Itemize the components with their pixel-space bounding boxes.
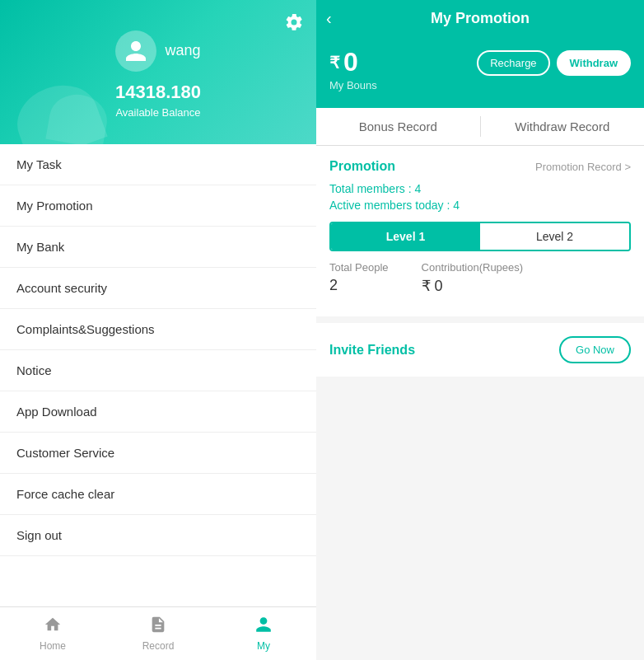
menu-list: My Task My Promotion My Bank Account sec… <box>0 144 316 606</box>
nav-my-label: My <box>257 640 270 652</box>
active-members-value: 4 <box>453 199 460 212</box>
invite-card: Invite Friends Go Now <box>316 323 644 377</box>
bonus-amount-wrap: ₹ 0 My Bouns <box>329 47 377 91</box>
total-members-stat: Total members : 4 <box>329 182 631 195</box>
active-members-stat: Active members today : 4 <box>329 199 631 212</box>
level-tab-2[interactable]: Level 2 <box>480 223 629 250</box>
menu-item-notice[interactable]: Notice <box>0 350 316 391</box>
my-icon <box>254 616 273 637</box>
menu-item-complaints[interactable]: Complaints&Suggestions <box>0 309 316 350</box>
back-button[interactable]: ‹ <box>326 9 332 28</box>
menu-item-my-promotion[interactable]: My Promotion <box>0 185 316 227</box>
go-now-button[interactable]: Go Now <box>559 336 631 363</box>
menu-item-customer-service[interactable]: Customer Service <box>0 433 316 474</box>
profile-header: wang 14318.180 Available Balance <box>0 0 316 144</box>
contribution-label: Contribution(Rupees) <box>422 261 524 274</box>
username: wang <box>165 42 200 59</box>
menu-item-force-cache-clear[interactable]: Force cache clear <box>0 474 316 515</box>
stats-row: Total members : 4 Active members today :… <box>329 182 631 212</box>
menu-item-account-security[interactable]: Account security <box>0 268 316 309</box>
promotion-title: Promotion <box>329 159 395 174</box>
home-icon <box>44 616 62 637</box>
bonus-amount: ₹ 0 <box>329 47 377 77</box>
data-row: Total People 2 Contribution(Rupees) ₹ 0 <box>329 261 631 303</box>
menu-item-my-task[interactable]: My Task <box>0 144 316 185</box>
nav-record[interactable]: Record <box>105 616 211 652</box>
nav-my[interactable]: My <box>211 616 316 652</box>
active-members-label: Active members today : <box>329 199 450 212</box>
settings-icon[interactable] <box>284 12 304 37</box>
total-members-value: 4 <box>414 182 421 195</box>
level-tabs: Level 1 Level 2 <box>329 222 631 251</box>
total-members-label: Total members : <box>329 182 412 195</box>
balance-amount: 14318.180 <box>115 82 201 103</box>
recharge-button[interactable]: Recharge <box>477 50 549 76</box>
rupee-symbol: ₹ <box>329 53 340 73</box>
nav-home-label: Home <box>40 640 66 652</box>
menu-item-my-bank[interactable]: My Bank <box>0 227 316 268</box>
promotion-record-link[interactable]: Promotion Record > <box>535 161 631 173</box>
invite-title: Invite Friends <box>329 343 415 358</box>
balance-label: Available Balance <box>115 106 200 119</box>
tabs-row: Bonus Record Withdraw Record <box>316 108 644 146</box>
bottom-nav: Home Record My <box>0 606 316 660</box>
record-icon <box>149 616 167 637</box>
bonus-value: 0 <box>343 47 358 77</box>
total-people-col: Total People 2 <box>329 261 389 295</box>
content-area: Promotion Promotion Record > Total membe… <box>316 146 644 660</box>
total-people-label: Total People <box>329 261 389 274</box>
avatar-wrap: wang <box>115 30 200 72</box>
level-tab-1[interactable]: Level 1 <box>331 223 480 250</box>
my-bouns-label: My Bouns <box>329 79 377 91</box>
promotion-card: Promotion Promotion Record > Total membe… <box>316 146 644 316</box>
right-panel: ‹ My Promotion ₹ 0 My Bouns Recharge Wit… <box>316 0 644 660</box>
promotion-header: Promotion Promotion Record > <box>329 159 631 174</box>
page-title: My Promotion <box>431 10 530 27</box>
bonus-section: ₹ 0 My Bouns Recharge Withdraw <box>316 37 644 108</box>
tab-withdraw-record[interactable]: Withdraw Record <box>481 108 645 145</box>
total-people-value: 2 <box>329 277 338 293</box>
bonus-buttons: Recharge Withdraw <box>477 47 631 76</box>
menu-item-app-download[interactable]: App Download <box>0 391 316 433</box>
contribution-value: ₹ 0 <box>422 278 443 294</box>
avatar <box>115 30 156 72</box>
nav-home[interactable]: Home <box>0 616 105 652</box>
withdraw-button[interactable]: Withdraw <box>557 50 631 76</box>
tab-bonus-record[interactable]: Bonus Record <box>316 108 480 145</box>
right-header: ‹ My Promotion <box>316 0 644 37</box>
nav-record-label: Record <box>142 640 175 652</box>
left-panel: wang 14318.180 Available Balance My Task… <box>0 0 316 660</box>
menu-item-sign-out[interactable]: Sign out <box>0 515 316 556</box>
contribution-col: Contribution(Rupees) ₹ 0 <box>422 261 524 295</box>
